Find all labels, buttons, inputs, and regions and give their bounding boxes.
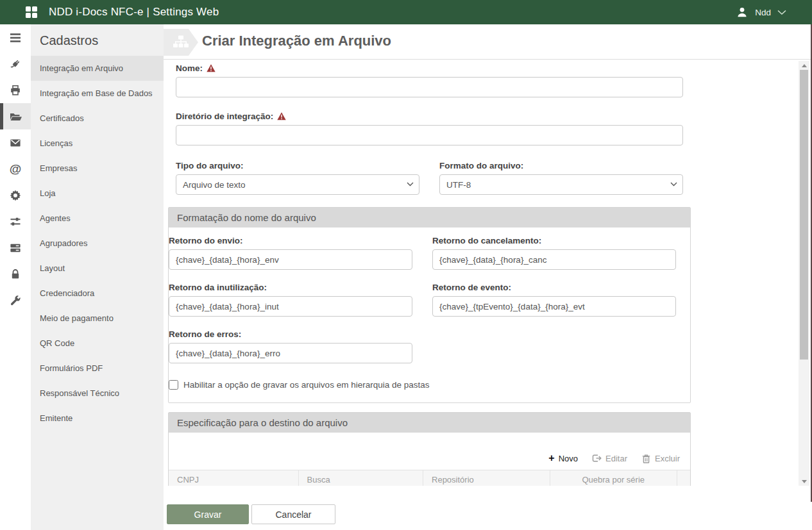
- user-menu[interactable]: Ndd: [736, 0, 786, 24]
- section-destino: Especificação para o destino do arquivo …: [168, 412, 691, 486]
- chevron-down-icon: [777, 10, 786, 15]
- retorno-inutilizacao-label: Retorno da inutilização:: [169, 283, 412, 292]
- formato-arquivo-label: Formato do arquivo:: [439, 161, 683, 170]
- sidebar-item-layout[interactable]: Layout: [31, 256, 164, 281]
- user-icon: [736, 6, 749, 19]
- sidebar-item-licencas[interactable]: Licenças: [31, 131, 164, 156]
- sidebar-item-credenciadora[interactable]: Credenciadora: [31, 281, 164, 306]
- retorno-cancelamento-label: Retorno do cancelamento:: [432, 236, 676, 245]
- plus-icon: +: [548, 453, 554, 463]
- retorno-cancelamento-input[interactable]: [432, 249, 676, 270]
- hierarquia-pastas-label: Habilitar a opção de gravar os arquivos …: [183, 380, 429, 390]
- retorno-erros-input[interactable]: [169, 343, 412, 363]
- editar-button[interactable]: Editar: [592, 454, 627, 463]
- section-formatacao: Formatação do nome do arquivo Retorno do…: [168, 207, 691, 403]
- lock-icon[interactable]: [0, 261, 31, 287]
- formato-arquivo-select[interactable]: UTF-8: [439, 174, 683, 195]
- section-formatacao-title: Formatação do nome do arquivo: [169, 208, 690, 228]
- icon-rail: @: [0, 24, 31, 530]
- sidebar-item-formularios-pdf[interactable]: Formulários PDF: [31, 356, 164, 381]
- required-warning-icon: [277, 112, 286, 120]
- cancelar-button[interactable]: Cancelar: [251, 504, 335, 524]
- scroll-up-arrow[interactable]: [799, 61, 809, 70]
- at-sign-icon[interactable]: @: [0, 156, 31, 182]
- sidebar-item-qr-code[interactable]: QR Code: [31, 331, 164, 356]
- diretorio-label: Diretório de integração:: [176, 112, 683, 121]
- scroll-down-arrow[interactable]: [799, 477, 809, 486]
- user-name: Ndd: [755, 8, 771, 17]
- nome-input[interactable]: [176, 77, 683, 97]
- retorno-evento-input[interactable]: [432, 296, 676, 317]
- nome-label: Nome:: [176, 63, 683, 73]
- hierarquia-pastas-checkbox[interactable]: [169, 380, 178, 390]
- gravar-button[interactable]: Gravar: [167, 504, 249, 524]
- tipo-arquivo-select[interactable]: Arquivo de texto: [176, 174, 419, 195]
- sidebar-item-agentes[interactable]: Agentes: [31, 206, 164, 231]
- sidebar-item-integracao-base-dados[interactable]: Integração em Base de Dados: [31, 81, 164, 106]
- sidebar-item-meio-pagamento[interactable]: Meio de pagamento: [31, 306, 164, 331]
- scrollbar-thumb[interactable]: [800, 70, 808, 360]
- sliders-icon[interactable]: [0, 208, 31, 235]
- sidebar-item-loja[interactable]: Loja: [31, 181, 164, 206]
- app-window: NDD i-Docs NFC-e | Settings Web Ndd: [0, 0, 812, 530]
- plug-icon[interactable]: [0, 51, 31, 77]
- destino-table-header: CNPJ Busca Repositório Quebra por série: [169, 470, 690, 486]
- col-header-quebra-serie[interactable]: Quebra por série: [550, 470, 677, 486]
- sitemap-icon: [164, 29, 198, 56]
- page-header: Criar Integração em Arquivo: [164, 24, 812, 60]
- page-title: Criar Integração em Arquivo: [202, 33, 391, 49]
- envelope-icon[interactable]: [0, 129, 31, 156]
- vertical-scrollbar[interactable]: [799, 61, 809, 486]
- cadastros-folder-icon[interactable]: [0, 103, 31, 129]
- diretorio-input[interactable]: [176, 125, 683, 145]
- form-scroll-area: Nome: Diretório de integração:: [164, 60, 799, 486]
- col-header-spacer: [677, 470, 690, 486]
- sidebar-cadastros: Cadastros Integração em Arquivo Integraç…: [31, 24, 164, 530]
- tipo-arquivo-label: Tipo do arquivo:: [176, 161, 419, 170]
- col-header-repositorio[interactable]: Repositório: [423, 470, 550, 486]
- app-title: NDD i-Docs NFC-e | Settings Web: [49, 6, 219, 19]
- required-warning-icon: [207, 64, 216, 72]
- sidebar-item-agrupadores[interactable]: Agrupadores: [31, 231, 164, 256]
- server-icon[interactable]: [0, 235, 31, 261]
- top-bar: NDD i-Docs NFC-e | Settings Web Ndd: [0, 0, 812, 24]
- retorno-erros-label: Retorno de erros:: [169, 329, 412, 339]
- sidebar-item-certificados[interactable]: Certificados: [31, 106, 164, 131]
- col-header-busca[interactable]: Busca: [299, 470, 424, 486]
- app-grid-icon[interactable]: [26, 6, 37, 18]
- printer-icon[interactable]: [0, 77, 31, 103]
- destino-toolbar: + Novo Editar: [169, 453, 680, 463]
- trash-icon: [641, 454, 651, 463]
- main-panel: Criar Integração em Arquivo Nome:: [164, 24, 812, 530]
- gear-icon[interactable]: [0, 182, 31, 208]
- sidebar-item-responsavel-tecnico[interactable]: Responsável Técnico: [31, 381, 164, 406]
- menu-toggle-icon[interactable]: [0, 24, 31, 51]
- sidebar-item-empresas[interactable]: Empresas: [31, 156, 164, 181]
- sidebar-item-emitente[interactable]: Emitente: [31, 406, 164, 431]
- wrench-icon[interactable]: [0, 287, 31, 313]
- retorno-envio-input[interactable]: [169, 249, 412, 270]
- retorno-envio-label: Retorno do envio:: [169, 236, 412, 245]
- action-bar: Gravar Cancelar: [164, 486, 799, 530]
- sidebar-item-integracao-arquivo[interactable]: Integração em Arquivo: [31, 56, 164, 81]
- col-header-cnpj[interactable]: CNPJ: [169, 470, 299, 486]
- hierarquia-pastas-checkbox-row: Habilitar a opção de gravar os arquivos …: [169, 380, 690, 390]
- edit-icon: [592, 454, 602, 463]
- retorno-evento-label: Retorno de evento:: [432, 283, 676, 292]
- excluir-button[interactable]: Excluir: [641, 454, 680, 463]
- retorno-inutilizacao-input[interactable]: [169, 296, 412, 317]
- novo-button[interactable]: + Novo: [548, 453, 578, 463]
- section-destino-title: Especificação para o destino do arquivo: [169, 413, 690, 433]
- sidebar-title: Cadastros: [31, 24, 164, 52]
